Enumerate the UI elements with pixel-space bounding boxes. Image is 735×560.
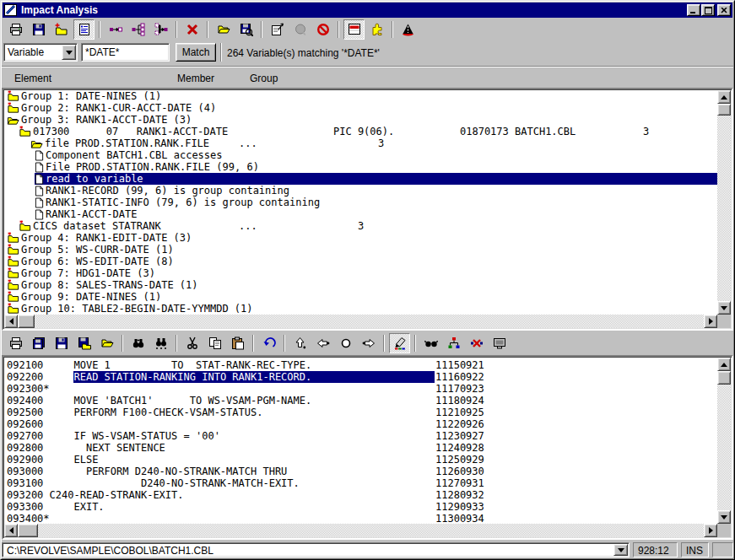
find-next-button[interactable] [150,333,171,353]
tree-row[interactable]: Group 3: RANK1-ACCT-DATE (3) [7,114,717,126]
puzzle-button[interactable] [366,19,387,40]
code-line[interactable]: 092500 PERFORM F100-CHECK-VSAM-STATUS.11… [4,407,717,418]
tree-row[interactable]: File PROD.STATION.RANK.FILE (99, 6) [35,161,717,173]
scrollbar-thumb[interactable] [18,315,35,328]
code-horizontal-scrollbar[interactable] [4,524,717,537]
report-view-button[interactable] [73,19,95,40]
save-all-button[interactable] [28,333,49,353]
tree-row[interactable]: Group 9: DATE-NINES (1) [7,291,717,303]
open-button[interactable] [96,333,117,353]
code-line[interactable]: 092700 IF WS-VSAM-STATUS = '00'11230927 [4,430,717,442]
glasses-button[interactable] [420,333,441,353]
search-pattern-input[interactable] [81,43,170,62]
collapse-node-button[interactable] [150,19,171,40]
source-code-view[interactable]: 092100 MOVE 1 TO STAT-RANK-REC-TYPE.1115… [4,358,717,524]
print-button[interactable] [5,333,26,353]
file-path-combo[interactable]: C:\REVOLVE\SAMPLE\COBOL\BATCH1.CBL [2,542,630,557]
code-line[interactable]: 092100 MOVE 1 TO STAT-RANK-REC-TYPE.1115… [4,359,717,371]
monitor-button[interactable] [489,333,510,353]
code-line[interactable]: 092400 MOVE 'BATCH1' TO WS-VSAM-PGM-NAME… [4,395,717,407]
copy-button[interactable] [204,333,225,353]
tree-row[interactable]: RANK1-STATIC-INFO (79, 6) is group conta… [35,197,717,208]
code-line[interactable]: 093400*11300934 [4,513,717,524]
scrollbar-thumb[interactable] [717,104,731,116]
code-line[interactable]: 093000 PERFORM D240-NO-STRANK-MATCH THRU… [4,466,717,477]
save-button[interactable] [28,19,49,40]
scroll-left-button[interactable] [4,315,18,328]
open-add-button[interactable] [51,19,72,40]
tree-row[interactable]: Group 5: WS-CURR-DATE (1) [7,244,717,256]
go-forward-button[interactable] [358,333,379,353]
code-line[interactable]: 092800 NEXT SENTENCE11240928 [4,442,717,454]
close-button[interactable] [717,4,731,16]
scroll-down-button[interactable] [717,510,731,524]
tree-vertical-scrollbar[interactable] [717,90,731,315]
open-button[interactable] [213,19,234,40]
balloon-disabled-button[interactable] [289,19,311,40]
close-view-button[interactable] [466,333,487,353]
impact-road-button[interactable] [397,19,419,40]
scroll-down-button[interactable] [717,301,731,315]
impact-tree-list[interactable]: Group 1: DATE-NINES (1) Group 2: RANK1-C… [4,90,717,315]
tree-row[interactable]: Component BATCH1.CBL accesses [35,149,717,161]
tree-row[interactable]: Group 1: DATE-NINES (1) [7,90,717,102]
scroll-right-button[interactable] [704,315,717,328]
tree-row[interactable]: Group 8: SALES-TRANS-DATE (1) [7,279,717,291]
code-line[interactable]: 093200 C240-READ-STRANK-EXIT.11280932 [4,489,717,501]
combo-dropdown-button[interactable] [613,544,628,556]
scrollbar-thumb[interactable] [18,524,38,537]
tree-row[interactable]: Group 6: WS-EDIT-DATE (8) [7,256,717,267]
expand-node-button[interactable] [127,19,149,40]
scroll-up-button[interactable] [717,358,731,371]
tree-row[interactable]: 017300 07 RANK1-ACCT-DATEPIC 9(06).01870… [19,126,717,137]
current-location-button[interactable] [335,333,356,353]
edit-form-button[interactable] [267,19,288,40]
save-button[interactable] [51,333,72,353]
go-back-button[interactable] [312,333,333,353]
tree-row[interactable]: RANK1-ACCT-DATE [35,208,717,220]
scroll-left-button[interactable] [4,524,18,537]
scroll-right-button[interactable] [704,524,717,537]
save-view-button[interactable] [235,19,257,40]
code-seq-number: 11270931 [435,477,484,489]
folder-marked-icon [19,220,31,232]
delete-button[interactable] [181,19,203,40]
structure-button[interactable] [443,333,464,353]
code-line[interactable]: 09260011220926 [4,418,717,430]
code-line[interactable]: 093300 EXIT.11290933 [4,501,717,513]
tree-row[interactable]: RANK1-RECORD (99, 6) is group containing [35,185,717,197]
match-button[interactable]: Match [176,43,216,62]
tree-row[interactable]: Group 2: RANK1-CUR-ACCT-DATE (4) [7,102,717,114]
maximize-button[interactable] [701,4,715,16]
scrollbar-thumb[interactable] [717,371,731,385]
save-as-button[interactable] [73,333,95,353]
paste-icon [231,337,245,350]
code-line[interactable]: 092200 READ STATION-RANKING INTO RANK1-R… [4,371,717,383]
tree-row[interactable]: Group 10: TABLE2-BEGIN-DATE-YYMMDD (1) [7,303,717,315]
link-node-button[interactable] [105,19,126,40]
tree-row[interactable]: CICS dataset STATRANK...3 [19,220,717,232]
cut-button[interactable] [181,333,203,353]
code-text: 092900 ELSE [7,454,98,466]
tree-row[interactable]: file PROD.STATION.RANK.FILE...3 [30,137,717,149]
search-category-combo[interactable]: Variable [3,43,78,62]
tree-row[interactable]: Group 4: RANK1-EDIT-DATE (3) [7,232,717,244]
tree-row[interactable]: read to variable [35,173,717,185]
code-line[interactable]: 092300*11170923 [4,383,717,395]
undo-button[interactable] [258,333,279,353]
paste-button[interactable] [227,333,248,353]
combo-dropdown-button[interactable] [62,45,76,60]
tree-row[interactable]: Group 7: HDG1-DATE (3) [7,267,717,279]
find-button[interactable] [127,333,149,353]
tree-horizontal-scrollbar[interactable] [4,315,717,328]
minimize-button[interactable] [687,4,700,16]
print-button[interactable] [5,19,26,40]
scroll-up-button[interactable] [717,90,731,104]
code-line[interactable]: 092900 ELSE11250929 [4,454,717,466]
stop-button[interactable] [312,19,333,40]
code-vertical-scrollbar[interactable] [717,358,731,524]
window-view-button[interactable] [343,19,365,40]
marker-button[interactable] [389,333,410,353]
go-up-button[interactable] [289,333,311,353]
code-line[interactable]: 093100 D240-NO-STRANK-MATCH-EXIT.1127093… [4,477,717,489]
